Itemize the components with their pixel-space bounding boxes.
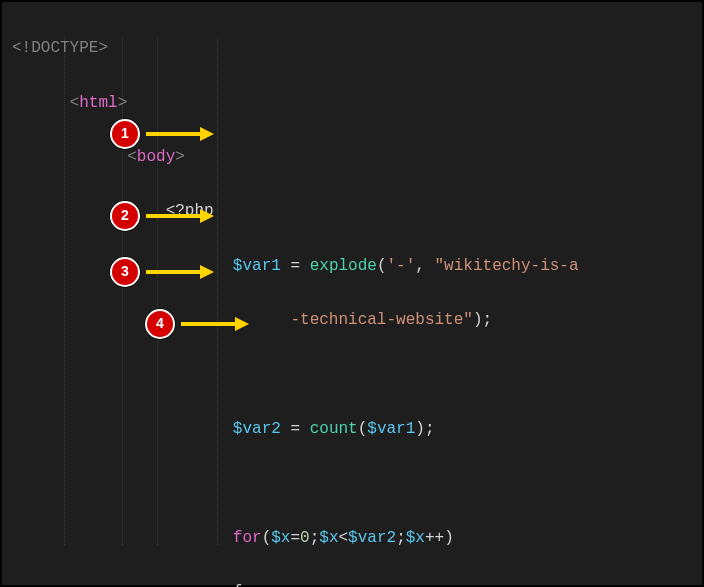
code-block: <!DOCTYPE> <html> <body> <?php $var1 = e…	[12, 8, 692, 587]
line-blank-1	[12, 361, 692, 388]
line-var2: $var2 = count($var1);	[12, 416, 692, 443]
line-php-open: <?php	[12, 198, 692, 225]
line-for: for($x=0;$x<$var2;$x++)	[12, 525, 692, 552]
line-brace-l: {	[12, 579, 692, 587]
line-body-open: <body>	[12, 144, 692, 171]
line-html-open: <html>	[12, 90, 692, 117]
line-var1: $var1 = explode('-', "wikitechy-is-a	[12, 253, 692, 280]
line-doctype: <!DOCTYPE>	[12, 35, 692, 62]
code-screenshot-frame: <!DOCTYPE> <html> <body> <?php $var1 = e…	[0, 0, 704, 587]
line-blank-2	[12, 470, 692, 497]
line-var1-cont: -technical-website");	[12, 307, 692, 334]
doctype-token: <!DOCTYPE>	[12, 39, 108, 57]
